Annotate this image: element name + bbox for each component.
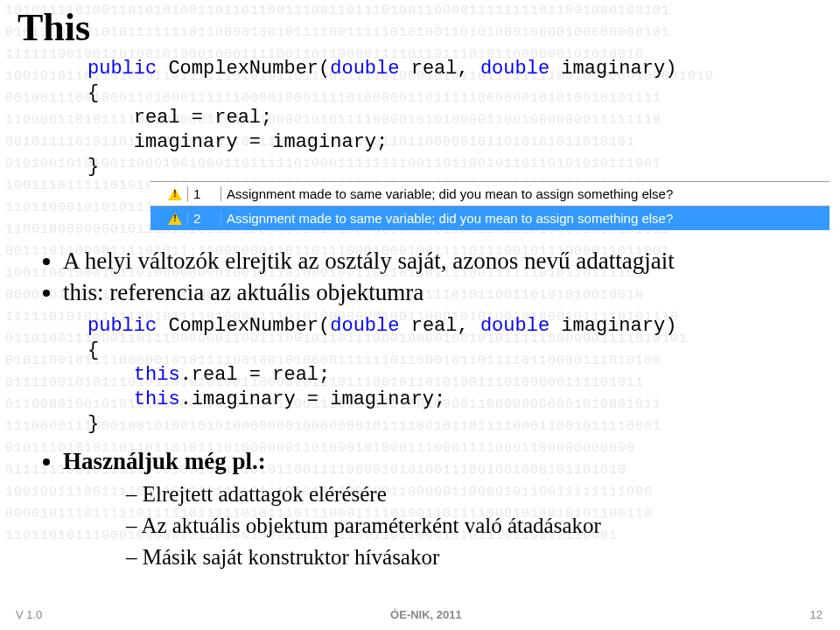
warning-row[interactable]: 2 Assignment made to same variable; did …: [150, 206, 830, 230]
warning-list: 1 Assignment made to same variable; did …: [150, 181, 840, 230]
footer-mid: ÓE-NIK, 2011: [390, 608, 462, 621]
warning-message: Assignment made to same variable; did yo…: [220, 186, 830, 201]
bullet-item: this: referencia az aktuális objektumra: [63, 277, 840, 307]
warning-icon: [150, 188, 187, 200]
warning-message: Assignment made to same variable; did yo…: [220, 211, 830, 226]
sub-bullet-item: Elrejtett adattagok elérésére: [126, 479, 840, 510]
warning-number: 1: [187, 186, 220, 201]
sub-bullet-item: Az aktuális objektum paraméterként való …: [126, 510, 840, 542]
code-block-1: public ComplexNumber(double real, double…: [88, 57, 840, 179]
footer: V 1.0 ÓE-NIK, 2011 12: [0, 608, 840, 621]
slide-content: This public ComplexNumber(double real, d…: [0, 0, 840, 630]
page-title: This: [0, 0, 840, 50]
footer-left: V 1.0: [16, 608, 42, 621]
footer-right: 12: [810, 608, 822, 621]
sub-bullet-list: Elrejtett adattagok elérésére Az aktuáli…: [126, 479, 840, 573]
sub-bullet-item: Másik saját konstruktor hívásakor: [126, 542, 840, 573]
warning-icon: [150, 213, 187, 225]
code-block-2: public ComplexNumber(double real, double…: [88, 314, 840, 437]
bullet-list-2: Használjuk még pl.: Elrejtett adattagok …: [63, 445, 840, 573]
bullet-list-1: A helyi változók elrejtik az osztály saj…: [63, 246, 840, 307]
bullet-item: A helyi változók elrejtik az osztály saj…: [63, 246, 840, 276]
bullet-item: Használjuk még pl.: Elrejtett adattagok …: [63, 445, 840, 573]
warning-row[interactable]: 1 Assignment made to same variable; did …: [150, 181, 830, 206]
warning-number: 2: [187, 211, 220, 226]
